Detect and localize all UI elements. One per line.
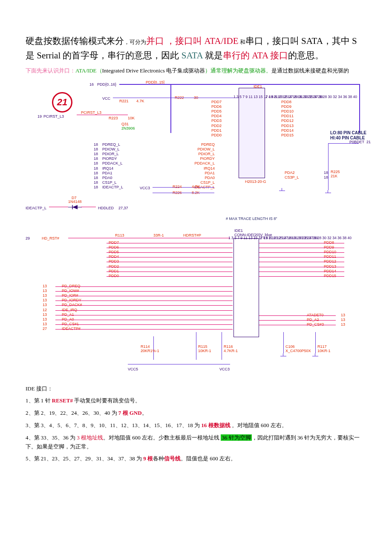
r117-val: 10KR-1 (317, 348, 331, 354)
note-hi40: HI:40 PIN CABLE (330, 135, 365, 142)
hdrst-net: HDRST#P (183, 232, 201, 238)
p1-t4: 和 (238, 39, 245, 45)
l3b: 16 根数据线 (201, 422, 232, 428)
r223-val: 10K (128, 115, 135, 121)
ide-line-2: 2、第 2、19、22、24、26、30、40 为 7 根 GND。 (26, 409, 366, 418)
r223-ref: R223 (109, 115, 118, 121)
l1c: 手动复位时要有跳变信号。 (73, 397, 141, 404)
r224-ref: R224 (173, 184, 182, 190)
l4d: 36 针为空脚 (221, 434, 251, 441)
r221-val: 4.7K (136, 98, 144, 104)
vcc-label: VCC (102, 95, 110, 101)
p1-t2: ，可分为 (124, 39, 146, 45)
p1-t9: 的意思。 (288, 50, 324, 61)
p2-t3: Integrated Drive Electronics 电子集成驱动器 (102, 67, 205, 74)
ide1-part: H2013-20-G (245, 179, 266, 185)
p1-t8: 串行的 ATA 接口 (223, 50, 288, 61)
schematic-diagram-1: 21 16 PDD{0..16} PDD[0..15] VCC R221 4.7… (26, 79, 371, 220)
ide1-ref: IDE1 (254, 84, 262, 90)
hddled-num: 27,37 (118, 205, 128, 211)
l5d: 信号线 (164, 455, 181, 462)
c106-val: X_C4700P50X (285, 348, 311, 354)
l3c: 。对地阻值 600 左右。 (232, 422, 287, 428)
l4c: 。对地阻值 600 左右。少数主板最后一根地址线 (103, 434, 221, 441)
hdrst-port: HD_RST# (42, 235, 59, 241)
r221-ref: R221 (119, 98, 129, 104)
hddled-port: HDDLED (98, 205, 114, 211)
vcc3-label: VCC3 (140, 185, 150, 191)
l5a: 5、第 21、23、25、27、29、31、34、37、38 为 (26, 455, 143, 462)
d1-left-bot-nums: 18 18 18 18 18 18 18 18 18 18 (94, 142, 98, 190)
d2-pins-right: 2 4 6 8 10 12 14 16 18 20 22 24 26 28 30… (260, 236, 352, 240)
vcc3-label-2: VCC3 (219, 366, 230, 372)
r113-val: 33R-1 (153, 232, 164, 238)
d1-pins-right: 2 4 6 8 10 12 14 16 18 20 22 24 26 28 30… (265, 95, 357, 99)
d2-right-top-sigs: PDD8 PDD9 PDD10 PDD11 PDD12 PDD13 PDD14 … (324, 240, 336, 279)
gnd-icon-3 (280, 353, 286, 358)
d1-left-top-sigs: PDD7 PDD6 PDD5 PDD4 PDD3 PDD2 PDD1 PDD0 (211, 100, 222, 138)
diode-icon (68, 204, 82, 213)
paragraph-explain-ata: 下面先来认识并口：ATA/IDE（Integrated Drive Electr… (26, 66, 366, 75)
p1-t6: SATA (182, 50, 203, 61)
l4a: 4、第 33、35、36 为 (26, 434, 77, 441)
pcirst-port: PCIRST_L3 (43, 113, 64, 119)
p2-t2: ATA/IDE（ (75, 67, 102, 74)
ide1-connector-box-2 (233, 238, 259, 337)
d2-left-top-sigs: PDD7 PDD6 PDD5 PDD4 PDD3 PDD2 PDD1 PDD0 (109, 240, 119, 279)
d1-right-top-sigs: PDD8 PDD9 PDD10 PDD11 PDD12 PDD13 PDD14 … (281, 100, 294, 138)
l5e: 。阻值也是 600 左右。 (181, 455, 236, 462)
hdrst-num: 29 (26, 235, 30, 241)
r115-val: 10KR-1 (198, 348, 211, 354)
d1-right-bot-sigs: PDA2 CS3P_L (285, 171, 299, 180)
gnd-icon-2 (279, 188, 285, 193)
d2-right-bot-nums: 13 13 13 (341, 313, 345, 327)
l4b: 3 根地址线 (77, 434, 103, 441)
gnd-icon (325, 190, 331, 195)
l2c: 。 (142, 410, 147, 416)
p1-t1: 硬盘按数据传输模式来分 (26, 36, 124, 46)
l5c: 各种 (153, 455, 164, 462)
d1-left-bot-sigs: PDREQ PDIOW_L PDIOR_L PIORDY PDDACK_L IR… (194, 142, 215, 190)
q31-part: 2N3906 (121, 125, 135, 131)
l1a: 1、第 1 针 (26, 397, 52, 404)
d1-left-bot-ports: PDREQ_L PDIOW_L PDIOR_L PIORDY PDDACK_L … (102, 142, 123, 190)
ide-title: IDE 接口： (26, 384, 366, 393)
ide-line-4: 4、第 33、35、36 为 3 根地址线。对地阻值 600 左右。少数主板最后… (26, 434, 366, 451)
pcirst-num: 19 (37, 113, 42, 119)
l2a: 2、第 2、19、22、24、26、30、40 为 (26, 410, 118, 416)
r114-val: 20KR1%-1 (141, 348, 159, 354)
p2-t5: 是通过数据线来接硬盘和光驱的 (271, 67, 349, 74)
d1-right-bot-nums: 18 18 (324, 171, 328, 180)
cabledet-num: 21 (366, 139, 371, 145)
gnd-icon-4 (312, 353, 318, 358)
annotation-circle-21: 21 (52, 92, 72, 113)
r116-val: 4.7KR-1 (224, 348, 238, 354)
p2-t1: 下面先来认识并口： (26, 67, 75, 74)
ide-line-5: 5、第 21、23、25、27、29、31、34、37、38 为 9 根各种信号… (26, 454, 366, 463)
paragraph-intro: 硬盘按数据传输模式来分，可分为并口 ，接口叫 ATA/IDE 和串口，接口叫 S… (26, 34, 366, 63)
schematic-diagram-2: 29 HD_RST# R113 33R-1 HDRST#P IDE1 CONN-… (26, 228, 371, 377)
d2-left-bot-nums: 13 13 13 13 13 12 13 13 13 27 (43, 284, 47, 332)
p1-t7: 就是 (202, 50, 222, 61)
ide1-connector-box (239, 88, 265, 178)
l2b: 7 根 GND (118, 410, 142, 416)
l3a: 3、第 3、4、5、6、7、8、9、10、11、12、13、14、15、16、1… (26, 422, 201, 428)
ideactp-port: IDEACTP_L (26, 205, 46, 211)
note-maxtrace: # MAX TRACE LENGTH IS 8" (226, 216, 277, 222)
ide-line-1: 1、第 1 针 RESET# 手动复位时要有跳变信号。 (26, 396, 366, 405)
bus-port-num: 16 (89, 81, 94, 87)
vcc5-label: VCC5 (128, 366, 138, 372)
p1-t3: 并口 ，接口叫 ATA/IDE (146, 36, 238, 46)
ide-line-3: 3、第 3、4、5、6、7、8、9、10、11、12、13、14、15、16、1… (26, 421, 366, 430)
l5b: 9 根 (143, 455, 153, 462)
r224-val: 4.7K (192, 184, 200, 190)
r225-val: 21K (331, 173, 337, 179)
l1b: RESET# (52, 397, 73, 404)
p2-t4: ）通常理解为硬盘驱动器。 (205, 67, 271, 74)
bus-port-label: PDD{0..16} (97, 81, 116, 87)
r113-ref: R113 (115, 232, 124, 238)
